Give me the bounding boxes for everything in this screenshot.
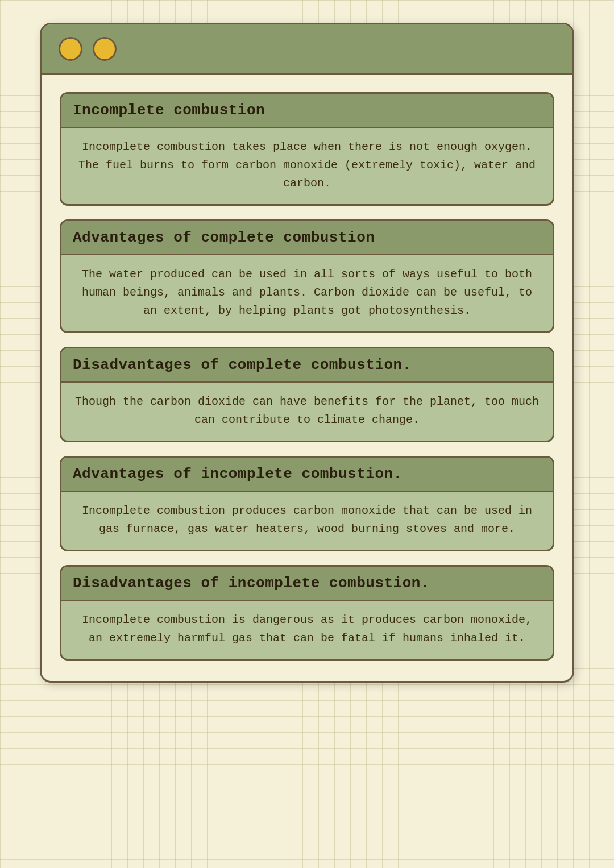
- card-body-5: Incomplete combustion is dangerous as it…: [61, 601, 553, 659]
- card-title-3: Disadvantages of complete combustion.: [73, 356, 412, 373]
- card-text-1: Incomplete combustion takes place when t…: [73, 138, 541, 193]
- card-disadvantages-incomplete: Disadvantages of incomplete combustion. …: [60, 565, 554, 661]
- card-title-4: Advantages of incomplete combustion.: [73, 466, 403, 483]
- card-disadvantages-complete: Disadvantages of complete combustion. Th…: [60, 347, 554, 442]
- window-content: Incomplete combustion Incomplete combust…: [42, 75, 572, 681]
- card-body-3: Though the carbon dioxide can have benef…: [61, 383, 553, 441]
- card-body-4: Incomplete combustion produces carbon mo…: [61, 492, 553, 550]
- card-text-5: Incomplete combustion is dangerous as it…: [73, 611, 541, 647]
- card-body-1: Incomplete combustion takes place when t…: [61, 128, 553, 204]
- card-advantages-incomplete: Advantages of incomplete combustion. Inc…: [60, 456, 554, 551]
- main-window: Incomplete combustion Incomplete combust…: [40, 23, 574, 683]
- window-dot-1: [59, 37, 82, 61]
- card-text-4: Incomplete combustion produces carbon mo…: [73, 502, 541, 538]
- card-title-1: Incomplete combustion: [73, 102, 265, 119]
- card-title-2: Advantages of complete combustion: [73, 229, 375, 246]
- card-header-4: Advantages of incomplete combustion.: [61, 458, 553, 492]
- card-advantages-complete: Advantages of complete combustion The wa…: [60, 219, 554, 333]
- card-incomplete-combustion: Incomplete combustion Incomplete combust…: [60, 92, 554, 206]
- card-title-5: Disadvantages of incomplete combustion.: [73, 575, 430, 592]
- window-dot-2: [93, 37, 117, 61]
- card-header-2: Advantages of complete combustion: [61, 221, 553, 255]
- card-body-2: The water produced can be used in all so…: [61, 255, 553, 331]
- card-text-3: Though the carbon dioxide can have benef…: [73, 393, 541, 429]
- titlebar: [42, 24, 572, 75]
- card-header-3: Disadvantages of complete combustion.: [61, 348, 553, 383]
- card-header-1: Incomplete combustion: [61, 94, 553, 128]
- card-header-5: Disadvantages of incomplete combustion.: [61, 567, 553, 601]
- card-text-2: The water produced can be used in all so…: [73, 265, 541, 320]
